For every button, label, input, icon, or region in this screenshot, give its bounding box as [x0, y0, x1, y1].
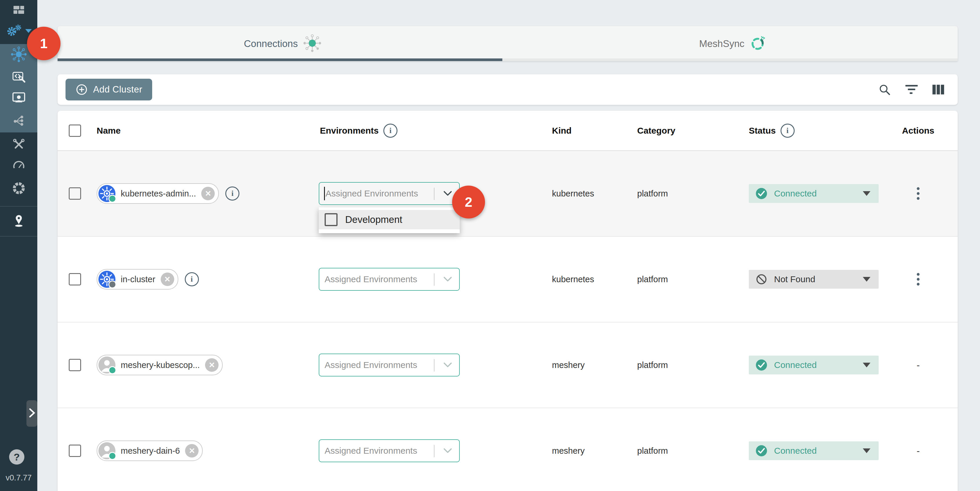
search-icon[interactable] [878, 83, 891, 96]
select-divider [434, 359, 434, 372]
connection-name: meshery-kubescop... [121, 360, 200, 370]
environments-select[interactable]: Assigned Environments [319, 354, 460, 377]
option-checkbox[interactable] [325, 213, 337, 226]
kind-value: meshery [552, 446, 585, 456]
select-divider [434, 188, 434, 200]
remove-connection-icon[interactable]: ✕ [161, 273, 174, 286]
kind-value: meshery [552, 360, 585, 370]
sidebar-expand-button[interactable] [26, 400, 37, 427]
option-label: Development [345, 214, 402, 225]
row-checkbox[interactable] [69, 359, 81, 371]
header-name: Name [97, 126, 121, 136]
sidebar-item-toolkit[interactable] [0, 135, 37, 156]
connection-info-icon[interactable]: i [225, 186, 239, 200]
main-content: Connections MeshSync Add Cluster [37, 0, 980, 491]
environments-placeholder: Assigned Environments [325, 446, 417, 456]
connection-chip[interactable]: meshery-dain-6 ✕ [97, 440, 203, 461]
connection-chip[interactable]: meshery-kubescop... ✕ [97, 355, 223, 375]
sidebar-item-dashboard[interactable] [0, 0, 37, 21]
header-environments: Environments [320, 126, 379, 136]
status-caret-icon [863, 363, 870, 367]
chevron-down-icon[interactable] [443, 191, 452, 197]
connections-table: Name Environmentsi Kind Category Statusi… [57, 111, 958, 491]
category-value: platform [637, 446, 668, 456]
toolbar: Add Cluster [57, 74, 958, 105]
tab-connections[interactable]: Connections [57, 26, 508, 61]
tab-connections-label: Connections [244, 38, 298, 49]
sidebar-divider [0, 206, 37, 207]
row-checkbox[interactable] [69, 445, 81, 457]
connection-name: meshery-dain-6 [121, 446, 180, 456]
remove-connection-icon[interactable]: ✕ [205, 358, 219, 372]
remove-connection-icon[interactable]: ✕ [201, 187, 215, 200]
environments-info-icon[interactable]: i [383, 124, 398, 138]
connection-name: in-cluster [121, 275, 155, 284]
sidebar-item-performance[interactable] [0, 154, 37, 176]
kubernetes-logo-icon [99, 271, 115, 288]
category-value: platform [637, 189, 668, 199]
sidebar-item-adapters[interactable] [0, 67, 37, 88]
meshsync-spinner-icon [750, 35, 766, 52]
meshery-app: ? v0.7.77 1 Connections MeshSync [0, 0, 980, 491]
connection-chip[interactable]: kubernetes-admin... ✕ [97, 183, 219, 204]
status-chip[interactable]: Connected [749, 356, 879, 374]
status-caret-icon [863, 191, 870, 196]
screen-person-icon [11, 91, 26, 106]
status-chip[interactable]: Not Found [749, 270, 879, 289]
check-circle-icon [755, 188, 768, 200]
status-info-icon[interactable]: i [781, 124, 795, 138]
lifecycle-submenu [0, 44, 37, 132]
status-label: Connected [774, 446, 817, 456]
dropdown-option-development[interactable]: Development [319, 210, 460, 229]
meshery-logo-icon [12, 181, 26, 197]
columns-icon[interactable] [932, 84, 945, 95]
table-row: in-cluster ✕ i Assigned Environments kub… [57, 237, 958, 323]
connection-status-dot [108, 366, 116, 374]
chevron-right-icon [29, 408, 35, 419]
environments-select[interactable]: Assigned Environments [319, 268, 460, 291]
sidebar-divider [0, 236, 37, 237]
connections-hub-icon [11, 46, 27, 64]
help-button[interactable]: ? [9, 449, 24, 465]
filter-icon[interactable] [905, 84, 918, 95]
status-caret-icon [863, 448, 870, 453]
status-chip[interactable]: Connected [749, 442, 879, 460]
status-label: Not Found [774, 274, 815, 284]
no-actions-dash: - [916, 360, 920, 370]
row-actions-menu-icon[interactable] [915, 271, 922, 288]
status-chip[interactable]: Connected [749, 184, 879, 203]
chevron-down-icon[interactable] [443, 362, 452, 368]
tab-meshsync[interactable]: MeshSync [508, 26, 958, 61]
active-tab-indicator [57, 59, 502, 61]
select-divider [434, 445, 434, 457]
gauge-icon [12, 159, 25, 171]
connection-name: kubernetes-admin... [121, 189, 196, 199]
row-actions-menu-icon[interactable] [915, 185, 922, 202]
kubernetes-logo-icon [99, 185, 115, 202]
sidebar: ? v0.7.77 [0, 0, 37, 491]
user-avatar-icon [99, 356, 115, 373]
sidebar-item-service-mesh[interactable] [0, 111, 37, 132]
location-pin-icon [13, 214, 25, 229]
tab-meshsync-label: MeshSync [699, 38, 745, 49]
connection-info-icon[interactable]: i [185, 272, 199, 286]
text-cursor [324, 187, 325, 200]
check-circle-icon [755, 445, 768, 457]
row-checkbox[interactable] [69, 273, 81, 286]
version-label: v0.7.77 [0, 474, 37, 483]
sidebar-item-location[interactable] [0, 211, 37, 232]
row-checkbox[interactable] [69, 188, 81, 200]
tab-bar: Connections MeshSync [57, 26, 958, 61]
chevron-down-icon[interactable] [443, 448, 452, 454]
chevron-down-icon[interactable] [443, 276, 452, 282]
select-all-checkbox[interactable] [69, 124, 81, 137]
sidebar-item-profiles[interactable] [0, 88, 37, 109]
connection-chip[interactable]: in-cluster ✕ [97, 269, 178, 289]
crossed-wrenches-icon [12, 138, 25, 153]
environments-select[interactable]: Assigned Environments [319, 439, 460, 462]
environments-select[interactable]: Assigned Environments [319, 182, 460, 205]
add-cluster-button[interactable]: Add Cluster [65, 79, 152, 100]
dashboard-icon [12, 4, 25, 17]
remove-connection-icon[interactable]: ✕ [185, 444, 199, 458]
sidebar-item-meshery-logo[interactable] [0, 178, 37, 199]
